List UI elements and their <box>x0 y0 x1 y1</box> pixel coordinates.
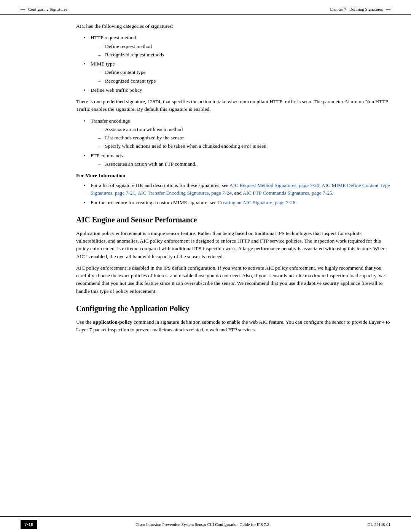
list-item: Define request method <box>98 43 390 50</box>
bullet-list-2: Transfer encodings Associate an action w… <box>84 117 390 168</box>
sub-item-label: Specify which actions need to be taken w… <box>105 143 266 149</box>
list-item: Specify which actions need to be taken w… <box>98 142 390 150</box>
page-header: Configuring Signatures Chapter 7 Definin… <box>0 0 411 15</box>
section2-p1: Use the application-policy command in si… <box>76 318 390 334</box>
list-item: MIME type Define content type Recognized… <box>84 60 390 85</box>
footer-right-text: OL-29168-01 <box>368 522 391 527</box>
list-item: Transfer encodings Associate an action w… <box>84 117 390 150</box>
header-right: Chapter 7 Defining Signatures <box>330 7 390 11</box>
section2-p1-bold: application-policy <box>93 319 132 325</box>
sub-item-label: Recognized request methods <box>105 52 164 58</box>
page-footer: 7-18 Cisco Intrusion Prevention System S… <box>0 516 411 532</box>
list-item: FTP commands Associates an action with a… <box>84 152 390 168</box>
header-left: Configuring Signatures <box>21 7 67 11</box>
list-item-label: FTP commands <box>91 153 123 158</box>
list-item: Define web traffic policy <box>84 86 390 94</box>
sub-item-label: List methods recognized by the sensor <box>105 135 184 141</box>
link-aic-ftp[interactable]: AIC FTP Commands Signatures, page 7-25 <box>243 190 332 196</box>
sub-item-label: Associates an action with an FTP command… <box>105 161 196 167</box>
section1-p2: AIC policy enforcement is disabled in th… <box>76 264 390 295</box>
intro-text: AIC has the following categories of sign… <box>76 22 390 30</box>
footer-center-text: Cisco Intrusion Prevention System Sensor… <box>37 522 368 527</box>
link-aic-transfer[interactable]: AIC Transfer Encoding Signatures, page 7… <box>137 190 231 196</box>
for-more-info-list: For a list of signature IDs and descript… <box>84 182 390 206</box>
section2-p1-before: Use the <box>76 319 93 325</box>
list-item: Associates an action with an FTP command… <box>98 160 390 168</box>
list-item-label: Define web traffic policy <box>91 87 142 93</box>
page: Configuring Signatures Chapter 7 Definin… <box>0 0 411 532</box>
for-more-info-item-2-text: For the procedure for creating a custom … <box>91 200 296 205</box>
list-item-label: Transfer encodings <box>91 118 130 124</box>
for-more-info-section: For More Information For a list of signa… <box>76 173 390 206</box>
sub-item-label: Recognized content type <box>105 78 156 84</box>
list-item: For a list of signature IDs and descript… <box>84 182 390 197</box>
sub-item-label: Define content type <box>105 69 145 75</box>
footer-page-number: 7-18 <box>21 520 37 529</box>
list-item: Associate an action with each method <box>98 126 390 133</box>
list-item: Define content type <box>98 69 390 76</box>
content-area: AIC has the following categories of sign… <box>0 15 411 345</box>
section1-p1: Application policy enforcement is a uniq… <box>76 230 390 260</box>
list-item-label: HTTP request method <box>91 35 136 40</box>
sub-list: Define content type Recognized content t… <box>98 69 390 85</box>
header-chapter: Chapter 7 <box>330 7 346 11</box>
section1-heading: AIC Engine and Sensor Performance <box>76 216 390 224</box>
list-item-label: MIME type <box>91 61 115 67</box>
link-aic-request-method[interactable]: AIC Request Method Signatures, page 7-20 <box>229 182 319 188</box>
noncompliant-text: There is one predefined signature, 12674… <box>76 98 390 113</box>
section2-heading: Configuring the Application Policy <box>76 304 390 313</box>
for-more-info-item-1-text: For a list of signature IDs and descript… <box>91 182 390 196</box>
link-creating-aic[interactable]: Creating an AIC Signature, page 7-26 <box>218 200 295 205</box>
header-section: Configuring Signatures <box>28 7 67 11</box>
sub-list: Associates an action with an FTP command… <box>98 160 390 168</box>
list-item: List methods recognized by the sensor <box>98 134 390 142</box>
header-rule-left <box>21 9 25 10</box>
sub-list: Associate an action with each method Lis… <box>98 126 390 150</box>
sub-item-label: Associate an action with each method <box>105 126 183 132</box>
list-item: Recognized content type <box>98 77 390 85</box>
list-item: Recognized request methods <box>98 51 390 59</box>
for-more-info-title: For More Information <box>76 173 390 179</box>
list-item: HTTP request method Define request metho… <box>84 34 390 59</box>
sub-list: Define request method Recognized request… <box>98 43 390 59</box>
header-chapter-title: Defining Signatures <box>349 7 383 11</box>
sub-item-label: Define request method <box>105 43 152 49</box>
list-item: For the procedure for creating a custom … <box>84 199 390 206</box>
header-rule-right <box>386 9 390 10</box>
bullet-list-1: HTTP request method Define request metho… <box>84 34 390 94</box>
